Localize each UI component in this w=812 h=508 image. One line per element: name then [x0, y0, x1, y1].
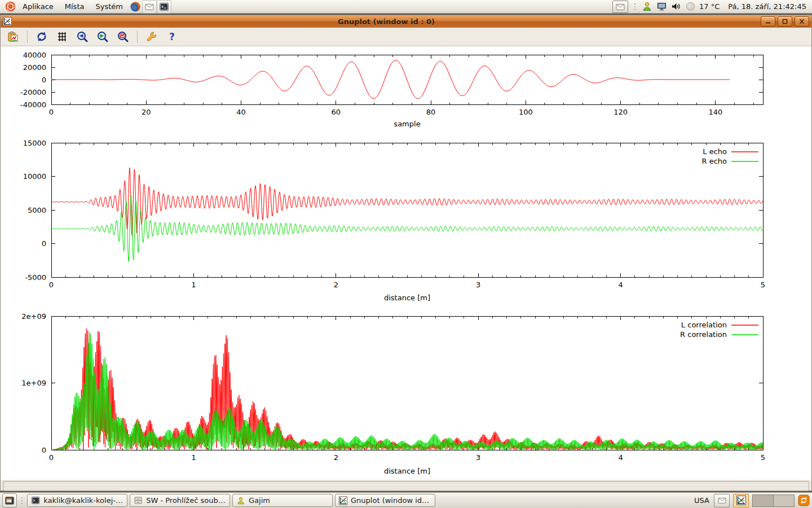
- svg-text:2e+09: 2e+09: [21, 312, 46, 321]
- taskbar: kaklik@kaklik-kolej-u... SW - Prohlížeč …: [0, 492, 812, 508]
- user-switcher-icon[interactable]: [642, 1, 652, 12]
- svg-text:10000: 10000: [23, 172, 46, 181]
- task-label: SW - Prohlížeč souborů: [146, 496, 226, 505]
- svg-text:5000: 5000: [28, 206, 46, 214]
- toggle-grid-button[interactable]: [54, 29, 70, 45]
- svg-text:1e+09: 1e+09: [21, 379, 46, 387]
- minimize-button[interactable]: [761, 16, 775, 27]
- task-gajim[interactable]: Gajim: [232, 494, 333, 507]
- svg-text:R echo: R echo: [701, 157, 727, 165]
- toolbar-separator: [137, 30, 138, 43]
- window-titlebar[interactable]: Gnuplot (window id : 0): [1, 15, 811, 28]
- weather-icon[interactable]: [686, 2, 695, 11]
- task-terminal[interactable]: kaklik@kaklik-kolej-u...: [27, 494, 127, 507]
- ubuntu-logo-icon[interactable]: [3, 1, 17, 13]
- svg-text:5: 5: [761, 453, 765, 462]
- svg-text:20000: 20000: [23, 63, 46, 72]
- svg-text:0: 0: [42, 76, 46, 84]
- file-manager-icon: [134, 496, 143, 505]
- svg-text:40: 40: [236, 108, 246, 116]
- svg-text:140: 140: [708, 108, 722, 116]
- svg-text:120: 120: [614, 108, 628, 116]
- mail-icon: [615, 3, 625, 11]
- gnuplot-window: Gnuplot (window id : 0): [0, 15, 812, 491]
- zoom-all-button[interactable]: [115, 29, 131, 45]
- menu-system[interactable]: Systém: [90, 1, 128, 12]
- top-panel: Aplikace Místa Systém: [0, 0, 812, 14]
- task-gnuplot[interactable]: Gnuplot (window id : 0): [335, 494, 435, 507]
- task-label: Gnuplot (window id : 0): [351, 496, 431, 505]
- mail-notification-tray[interactable]: [612, 1, 628, 13]
- svg-text:sample: sample: [394, 120, 420, 128]
- task-file-browser[interactable]: SW - Prohlížeč souborů: [130, 494, 230, 507]
- gnuplot-icon: [736, 496, 746, 505]
- gajim-icon: [236, 496, 245, 505]
- svg-text:distance [m]: distance [m]: [384, 467, 430, 475]
- zoom-previous-icon: [76, 30, 89, 43]
- taskbar-grip-handle[interactable]: [21, 497, 23, 498]
- keyboard-layout-indicator[interactable]: USA: [694, 496, 709, 505]
- svg-text:5: 5: [761, 281, 765, 289]
- update-notifier-button[interactable]: [798, 494, 810, 506]
- svg-text:1: 1: [191, 453, 196, 462]
- svg-text:0: 0: [49, 108, 54, 116]
- gnuplot-tray-button[interactable]: [733, 494, 749, 507]
- svg-text:L correlation: L correlation: [681, 321, 727, 329]
- menu-applications[interactable]: Aplikace: [17, 1, 59, 12]
- clock-label[interactable]: Pá, 18. září, 21:42:45: [728, 2, 806, 11]
- menu-system-label: Systém: [95, 2, 122, 11]
- svg-text:2: 2: [334, 281, 338, 289]
- svg-text:2: 2: [334, 453, 338, 462]
- show-desktop-icon: [5, 496, 15, 505]
- svg-text:4: 4: [618, 281, 623, 289]
- window-statusbar: [3, 481, 809, 491]
- zoom-previous-button[interactable]: [74, 29, 90, 45]
- mail-tray-button[interactable]: [714, 494, 730, 507]
- help-button[interactable]: ?: [164, 29, 180, 45]
- display-settings-icon[interactable]: [656, 2, 667, 11]
- gnuplot-plots[interactable]: 020406080100120140-40000-200000200004000…: [1, 46, 812, 480]
- copy-to-clipboard-button[interactable]: [5, 29, 21, 45]
- replot-button[interactable]: [34, 29, 50, 45]
- svg-text:15000: 15000: [23, 139, 46, 147]
- zoom-next-button[interactable]: [95, 29, 111, 45]
- window-icon: [3, 17, 12, 26]
- show-desktop-button[interactable]: [2, 493, 17, 507]
- tray-grip-handle[interactable]: [634, 3, 636, 5]
- svg-text:80: 80: [426, 108, 436, 116]
- maximize-icon: [782, 19, 788, 24]
- svg-text:3: 3: [476, 281, 480, 289]
- svg-text:0: 0: [42, 446, 46, 454]
- email-launcher[interactable]: [142, 0, 157, 14]
- window-title: Gnuplot (window id : 0): [14, 17, 758, 26]
- workspace-switcher: [752, 494, 795, 507]
- plot-canvas: 020406080100120140-40000-200000200004000…: [1, 46, 811, 480]
- svg-text:L echo: L echo: [703, 147, 727, 156]
- menu-places[interactable]: Místa: [59, 1, 90, 12]
- svg-text:-20000: -20000: [20, 88, 46, 97]
- maximize-button[interactable]: [778, 16, 792, 27]
- help-icon: ?: [169, 31, 175, 42]
- svg-text:-5000: -5000: [25, 273, 46, 282]
- grid-icon: [56, 30, 68, 43]
- svg-text:0: 0: [42, 239, 46, 248]
- settings-button[interactable]: [144, 29, 160, 45]
- svg-text:3: 3: [476, 453, 480, 462]
- menu-applications-label: Aplikace: [23, 2, 54, 11]
- taskbar-right: USA: [694, 494, 810, 507]
- volume-icon[interactable]: [671, 2, 682, 11]
- workspace-1[interactable]: [753, 495, 773, 506]
- temperature-label[interactable]: 17 °C: [699, 2, 720, 11]
- terminal-icon: [31, 496, 40, 505]
- svg-text:distance [m]: distance [m]: [384, 294, 430, 302]
- close-icon: [798, 19, 805, 24]
- menu-places-label: Místa: [65, 2, 85, 11]
- close-button[interactable]: [795, 16, 809, 27]
- firefox-launcher[interactable]: [129, 1, 142, 13]
- mail-icon: [717, 497, 727, 504]
- update-notifier-icon: [798, 494, 810, 506]
- terminal-launcher[interactable]: [157, 0, 171, 14]
- workspace-2[interactable]: [773, 495, 794, 506]
- minimize-icon: [765, 19, 771, 24]
- clipboard-icon: [7, 30, 19, 43]
